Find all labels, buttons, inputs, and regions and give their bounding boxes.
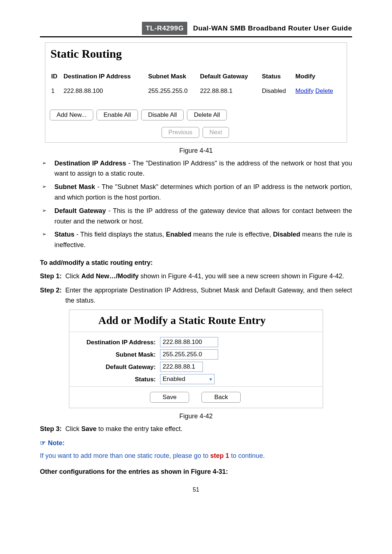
to-add-heading: To add/modify a static routing entry: [40,259,153,266]
term-subnet-mask: Subnet Mask [54,183,95,190]
page-header: TL-R4299G Dual-WAN SMB Broadband Router … [40,22,352,37]
save-button[interactable]: Save [150,392,189,403]
step-2-label: Step 2: [40,285,65,306]
s3-c: to make the entry take effect. [97,425,183,432]
action-button-row: Add New... Enable All Disable All Delete… [50,110,343,120]
step-1-label: Step 1: [40,271,65,282]
col-subnet-mask: Subnet Mask [146,70,198,84]
label-dest-ip: Destination IP Address: [69,337,160,347]
s3-a: Click [65,425,81,432]
divider [69,332,323,332]
back-button[interactable]: Back [201,392,241,403]
cell-gw: 222.88.88.1 [198,85,260,97]
note-text-a: If you want to add more than one static … [40,452,210,459]
step-2: Step 2: Enter the appropriate Destinatio… [40,285,352,306]
label-default-gateway: Default Gateway: [69,362,160,372]
label-status: Status: [69,374,160,384]
col-modify: Modify [293,70,343,84]
term-dest-ip: Destination IP Address [54,160,126,167]
figure-4-41-caption: Figure 4-41 [40,145,352,156]
model-badge: TL-R4299G [142,22,187,35]
chevron-down-icon: ▾ [209,376,212,382]
figure-4-42: Add or Modify a Static Route Entry Desti… [69,309,323,408]
other-config-heading: Other configurations for the entries as … [40,468,228,475]
col-id: ID [49,70,61,84]
step-3-label: Step 3: [40,424,65,434]
note-step1: step 1 [210,452,229,459]
input-default-gateway[interactable] [160,362,203,372]
bullet-default-gateway: Default Gateway - This is the IP address… [40,206,352,227]
add-new-button[interactable]: Add New... [50,110,93,120]
delete-link[interactable]: Delete [315,87,333,94]
static-routing-table: ID Destination IP Address Subnet Mask De… [49,70,343,97]
cell-modify: Modify Delete [293,85,343,97]
step-3: Step 3: Click Save to make the entry tak… [40,424,352,434]
text-subnet-mask: - The "Subnet Mask" determines which por… [54,183,352,201]
pointing-hand-icon: ☞ [40,439,46,447]
disable-all-button[interactable]: Disable All [141,110,184,120]
note-label: Note: [48,439,65,447]
next-button[interactable]: Next [203,127,229,138]
modify-link[interactable]: Modify [295,87,314,94]
step-2-text: Enter the appropriate Destination IP Add… [65,285,352,306]
text-status-a: - This field displays the status, [74,231,166,238]
enable-all-button[interactable]: Enable All [97,110,138,120]
note-text-b: to continue. [229,452,265,459]
bold-disabled: Disabled [273,231,300,238]
s1-a: Click [65,272,81,280]
bold-enabled: Enabled [166,231,191,238]
field-description-list: Destination IP Address - The "Destinatio… [40,158,352,250]
static-routing-heading: Static Routing [50,47,343,61]
bullet-subnet-mask: Subnet Mask - The "Subnet Mask" determin… [40,182,352,203]
previous-button[interactable]: Previous [162,127,199,138]
add-modify-heading: Add or Modify a Static Route Entry [98,314,323,327]
bullet-dest-ip: Destination IP Address - The "Destinatio… [40,158,352,179]
nav-button-row: Previous Next [49,127,343,138]
text-status-b: means the rule is effective, [191,231,273,238]
table-header-row: ID Destination IP Address Subnet Mask De… [49,70,343,84]
divider [69,386,323,387]
input-subnet-mask[interactable] [160,349,218,360]
bullet-status: Status - This field displays the status,… [40,229,352,250]
note-heading: ☞Note: [40,438,352,448]
col-dest-ip: Destination IP Address [61,70,146,84]
note-text: If you want to add more than one static … [40,451,352,461]
cell-dest: 222.88.88.100 [61,85,146,97]
term-default-gateway: Default Gateway [54,207,106,214]
select-status[interactable]: Enabled ▾ [160,374,215,384]
cell-status: Disabled [260,85,293,97]
table-row: 1 222.88.88.100 255.255.255.0 222.88.88.… [49,85,343,97]
figure-4-42-caption: Figure 4-42 [40,411,352,422]
figure-4-41: Static Routing ID Destination IP Address… [45,42,347,142]
col-default-gateway: Default Gateway [198,70,260,84]
col-status: Status [260,70,293,84]
step-1-text: Click Add New…/Modify shown in Figure 4-… [65,271,352,282]
step-3-text: Click Save to make the entry take effect… [65,424,352,434]
label-subnet-mask: Subnet Mask: [69,350,160,360]
s1-c: shown in Figure 4-41, you will see a new… [139,272,344,280]
header-title: Dual-WAN SMB Broadband Router User Guide [193,24,352,32]
term-status: Status [54,231,74,238]
cell-mask: 255.255.255.0 [146,85,198,97]
page-number: 51 [40,485,352,495]
s3-b: Save [81,425,97,432]
select-status-value: Enabled [163,376,185,383]
step-1: Step 1: Click Add New…/Modify shown in F… [40,271,352,282]
delete-all-button[interactable]: Delete All [187,110,227,120]
cell-id: 1 [49,85,61,97]
input-dest-ip[interactable] [160,337,218,347]
s1-b: Add New…/Modify [81,272,139,280]
